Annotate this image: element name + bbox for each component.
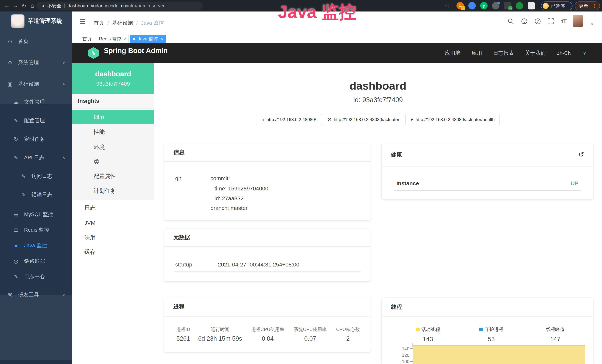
breadcrumb-home[interactable]: 首页 [94, 20, 104, 27]
chart-ytick-120: 120 [387, 353, 409, 358]
extension-count-badge: 1 [461, 6, 465, 10]
bookmark-star-icon[interactable]: ☆ [443, 0, 451, 11]
avatar-caret-down-icon[interactable]: ▾ [591, 22, 593, 27]
extension-pin-icon[interactable] [468, 2, 476, 10]
browser-home-icon[interactable]: ⌂ [28, 0, 37, 11]
sba-nav-applications[interactable]: 应用 [472, 50, 482, 57]
sba-nav-about[interactable]: 关于我们 [525, 50, 546, 57]
chart-axis-top-tick [412, 343, 413, 347]
sidebar-item-label: 链路追踪 [24, 257, 45, 265]
instance-header[interactable]: dashboard 93a3fc7f7409 [72, 63, 154, 94]
sidebar-item-access-logs[interactable]: ✎ 访问日志 [0, 168, 72, 184]
instance-item-caches[interactable]: 缓存 [72, 245, 154, 259]
extension-sprout-icon[interactable] [516, 2, 523, 10]
sidebar-item-mysql-monitor[interactable]: ▤ MySQL 监控 [0, 207, 72, 222]
link-url: http://192.168.0.2:48080/ [267, 117, 316, 122]
sba-nav: 应用墙 应用 日志报表 关于我们 zh-CN ∨ [434, 43, 586, 63]
insight-item-details[interactable]: 细节 [72, 109, 154, 124]
insight-item-performance[interactable]: 性能 [72, 125, 154, 139]
breadcrumb-separator: / [107, 20, 109, 26]
extension-grid-icon[interactable] [492, 2, 499, 10]
threads-daemon-value: 53 [467, 336, 516, 343]
process-card-header: 进程 [164, 297, 371, 317]
kebab-menu-icon[interactable]: ⋮ [592, 3, 597, 9]
log-edit-icon: ✎ [13, 274, 19, 280]
extension-onetab-icon[interactable]: on [504, 2, 511, 10]
chart-tick-mark [410, 355, 413, 355]
sidebar-item-api-logs[interactable]: ✎ API 日志 ∧ [0, 150, 72, 165]
tab-close-icon[interactable]: × [161, 36, 163, 41]
health-link[interactable]: ♥ http://192.168.0.2:48080/actuator/heal… [406, 114, 500, 125]
help-icon[interactable]: ? [534, 18, 541, 25]
layers-icon: ☰ [13, 227, 19, 233]
sidebar-item-home[interactable]: ⊙ 首页 [0, 33, 72, 49]
sidebar-item-config-management[interactable]: ✎ 配置管理 [0, 113, 72, 128]
instance-item-jvm[interactable]: JVM [72, 216, 154, 230]
profile-paused-pill[interactable]: 已暂停 [541, 1, 572, 11]
active-tab-dot [133, 38, 135, 40]
address-bar[interactable]: ▲ 不安全 dashboard.yudao.iocoder.cn/infra/a… [36, 2, 203, 10]
browser-reload-icon[interactable]: ↻ [20, 0, 28, 11]
breadcrumb-infrastructure[interactable]: 基础设施 [112, 20, 133, 27]
history-icon[interactable]: ↺ [579, 151, 584, 159]
sidebar-item-system-management[interactable]: ⚙ 系统管理 ∨ [0, 55, 72, 70]
sidebar-item-log-center[interactable]: ✎ 日志中心 [0, 269, 72, 284]
sba-nav-journal[interactable]: 日志报表 [493, 50, 514, 57]
extension-refresh-icon[interactable]: ↻ 1 [456, 2, 464, 10]
sidebar-item-file-management[interactable]: ☁ 文件管理 [0, 94, 72, 110]
sidebar-item-java-monitor[interactable]: ▣ Java 监控 [0, 238, 72, 253]
sba-logo-icon [87, 47, 99, 60]
actuator-link[interactable]: ⚒ http://192.168.0.2:48080/actuator [322, 114, 404, 125]
timer-icon: ↻ [13, 136, 19, 142]
sidebar-item-redis-monitor[interactable]: ☰ Redis 监控 [0, 222, 72, 238]
sidebar-item-trace[interactable]: ◎ 链路追踪 [0, 253, 72, 269]
threads-legend-live: 活动线程 [404, 326, 452, 332]
tab-java-monitor[interactable]: Java 监控 × [130, 35, 166, 43]
sba-language-select[interactable]: zh-CN [557, 50, 572, 56]
breadcrumb-current: Java 监控 [141, 20, 164, 27]
search-icon[interactable] [507, 18, 515, 25]
tab-redis-monitor[interactable]: Redis 监控 × [97, 35, 129, 43]
extensions-puzzle-icon[interactable] [528, 2, 535, 10]
info-git-commit-line: commit: [210, 175, 230, 182]
log-edit-icon: ✎ [13, 155, 19, 161]
browser-back-icon[interactable]: ← [3, 0, 11, 11]
sba-brand-title[interactable]: Spring Boot Admin [104, 47, 168, 55]
extension-yuque-icon[interactable]: y [480, 2, 488, 10]
insight-item-config-properties[interactable]: 配置属性 [72, 169, 154, 183]
instance-item-logs[interactable]: 日志 [72, 201, 154, 215]
not-secure-label[interactable]: 不安全 [47, 3, 61, 9]
user-avatar[interactable] [573, 15, 583, 27]
metadata-card-header: 元数据 [164, 229, 371, 247]
tab-label: 首页 [82, 36, 92, 42]
tab-close-icon[interactable]: × [124, 36, 127, 41]
insight-item-scheduled-tasks[interactable]: 计划任务 [72, 184, 154, 198]
eye-icon: ◎ [13, 258, 19, 264]
insights-section-label: Insights [72, 94, 154, 108]
fullscreen-icon[interactable] [547, 18, 554, 25]
instance-home-link[interactable]: ⌂ http://192.168.0.2:48080/ [256, 114, 321, 125]
sidebar-collapse-icon[interactable]: ☰ [80, 18, 86, 26]
insight-item-classes[interactable]: 类 [72, 154, 154, 169]
sidebar-item-dev-tools[interactable]: ⚒ 研发工具 ∨ [0, 287, 72, 303]
sidebar-item-error-logs[interactable]: ✎ 错误日志 [0, 187, 72, 203]
github-icon[interactable] [521, 18, 528, 25]
threads-peak-value: 147 [531, 336, 579, 343]
browser-forward-icon[interactable]: → [11, 0, 20, 11]
home-icon: ⌂ [261, 117, 264, 122]
sidebar-item-label: 定时任务 [24, 136, 45, 143]
process-value-uptime: 6d 23h 15m 59s [198, 335, 242, 342]
insight-item-environment[interactable]: 环境 [72, 140, 154, 154]
browser-update-button[interactable]: 更新 ⋮ [575, 1, 600, 11]
sidebar-item-infrastructure[interactable]: ▣ 基础设施 ∧ [0, 76, 72, 92]
language-caret-down-icon[interactable]: ∨ [583, 50, 586, 56]
instance-item-label: 缓存 [84, 248, 96, 256]
font-size-icon[interactable]: tT [560, 18, 568, 25]
sidebar-item-scheduled-tasks[interactable]: ↻ 定时任务 [0, 131, 72, 147]
sidebar-item-label: 首页 [18, 38, 29, 45]
tab-home[interactable]: 首页 [79, 35, 95, 43]
log-edit-icon: ✎ [20, 173, 27, 179]
metadata-startup-value: 2021-04-27T00:44:31.254+08:00 [218, 261, 300, 268]
sba-nav-wallboard[interactable]: 应用墙 [445, 50, 461, 57]
instance-item-mappings[interactable]: 映射 [72, 230, 154, 245]
